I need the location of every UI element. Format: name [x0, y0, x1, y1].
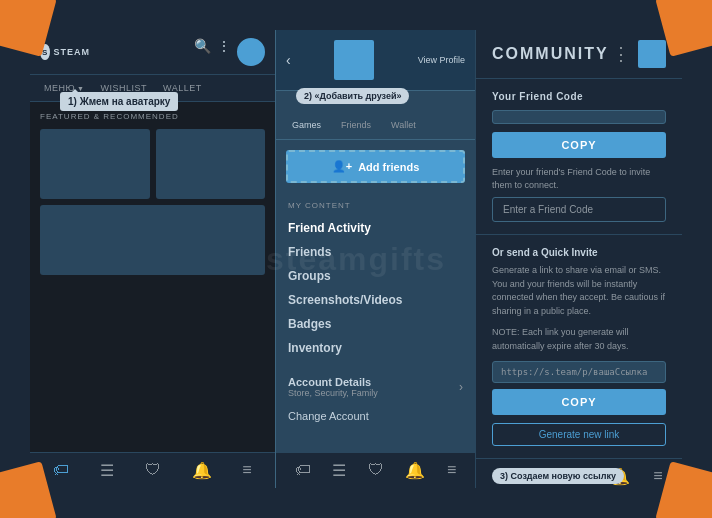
- friend-code-display: [492, 110, 666, 124]
- left-panel: S STEAM 🔍 ⋮ МЕНЮ ▼ WISHLIST WALLET: [30, 30, 275, 488]
- more-options-icon[interactable]: ⋮: [217, 38, 231, 66]
- account-details-item[interactable]: Account Details Store, Security, Family …: [276, 368, 475, 406]
- featured-cards: [40, 129, 265, 275]
- featured-label: FEATURED & RECOMMENDED: [40, 112, 265, 121]
- main-container: steamgifts S STEAM 🔍 ⋮ МЕНЮ ▼ WI: [30, 30, 682, 488]
- avatar[interactable]: [237, 38, 265, 66]
- change-account-button[interactable]: Change Account: [276, 406, 475, 426]
- community-title: COMMUNITY: [492, 45, 609, 63]
- back-arrow-icon[interactable]: ‹: [286, 52, 291, 68]
- left-bottom-nav: 🏷 ☰ 🛡 🔔 ≡: [30, 452, 275, 488]
- nav-list-icon[interactable]: ☰: [100, 461, 114, 480]
- invite-link-display: https://s.team/p/вашаСсылка: [492, 361, 666, 383]
- quick-invite-description: Generate a link to share via email or SM…: [492, 264, 666, 318]
- step1-annotation: 1) Жмем на аватарку: [60, 92, 178, 111]
- steam-logo-text: STEAM: [54, 47, 91, 57]
- account-details-left: Account Details Store, Security, Family: [288, 376, 378, 398]
- middle-bottom-nav: 🏷 ☰ 🛡 🔔 ≡: [276, 452, 475, 488]
- add-friends-icon: 👤+: [332, 160, 352, 173]
- header-icons: 🔍 ⋮: [194, 38, 265, 66]
- steam-header: S STEAM 🔍 ⋮: [30, 30, 275, 75]
- generate-link-button[interactable]: Generate new link: [492, 423, 666, 446]
- profile-tabs: Games Friends Wallet: [276, 111, 475, 140]
- nav-bell-icon[interactable]: 🔔: [192, 461, 212, 480]
- my-content-label: MY CONTENT: [288, 201, 463, 210]
- view-profile-button[interactable]: View Profile: [418, 55, 465, 65]
- profile-section: ‹ View Profile: [276, 30, 475, 91]
- account-arrow-icon: ›: [459, 380, 463, 394]
- step3-annotation: 3) Создаем новую ссылку: [492, 468, 624, 484]
- featured-card-2[interactable]: [156, 129, 266, 199]
- tab-games[interactable]: Games: [284, 117, 329, 133]
- account-details-title: Account Details: [288, 376, 378, 388]
- generate-link-wrapper: Generate new link 3) Создаем новую ссылк…: [492, 423, 666, 446]
- chevron-down-icon: ▼: [77, 85, 84, 92]
- nav-tag-icon[interactable]: 🏷: [53, 461, 69, 480]
- friend-code-helper: Enter your friend's Friend Code to invit…: [492, 166, 666, 191]
- menu-item-inventory[interactable]: Inventory: [288, 336, 463, 360]
- quick-invite-section: Or send a Quick Invite Generate a link t…: [476, 235, 682, 458]
- tab-friends[interactable]: Friends: [333, 117, 379, 133]
- search-icon[interactable]: 🔍: [194, 38, 211, 66]
- menu-item-badges[interactable]: Badges: [288, 312, 463, 336]
- mid-nav-list-icon[interactable]: ☰: [332, 461, 346, 480]
- mid-nav-shield-icon[interactable]: 🛡: [368, 461, 384, 480]
- mid-nav-menu-icon[interactable]: ≡: [447, 461, 456, 480]
- featured-section: FEATURED & RECOMMENDED: [30, 102, 275, 452]
- copy-invite-link-button[interactable]: COPY: [492, 389, 666, 415]
- community-avatar[interactable]: [638, 40, 666, 68]
- quick-invite-label: Or send a Quick Invite: [492, 247, 666, 258]
- community-header: COMMUNITY ⋮: [476, 30, 682, 79]
- mid-nav-bell-icon[interactable]: 🔔: [405, 461, 425, 480]
- community-header-right: ⋮: [612, 40, 666, 68]
- tab-wallet[interactable]: Wallet: [383, 117, 424, 133]
- menu-item-screenshots[interactable]: Screenshots/Videos: [288, 288, 463, 312]
- profile-avatar: [334, 40, 374, 80]
- featured-card-3[interactable]: [40, 205, 265, 275]
- featured-card-1[interactable]: [40, 129, 150, 199]
- friend-code-section: Your Friend Code COPY Enter your friend'…: [476, 79, 682, 235]
- menu-item-friend-activity[interactable]: Friend Activity: [288, 216, 463, 240]
- menu-item-friends[interactable]: Friends: [288, 240, 463, 264]
- account-details-subtitle: Store, Security, Family: [288, 388, 378, 398]
- right-nav-menu-icon[interactable]: ≡: [653, 467, 662, 486]
- mid-nav-tag-icon[interactable]: 🏷: [295, 461, 311, 480]
- nav-shield-icon[interactable]: 🛡: [145, 461, 161, 480]
- friend-code-label: Your Friend Code: [492, 91, 666, 102]
- menu-item-groups[interactable]: Groups: [288, 264, 463, 288]
- right-panel: COMMUNITY ⋮ Your Friend Code COPY Enter …: [475, 30, 682, 488]
- add-friends-button[interactable]: 👤+ Add friends: [286, 150, 465, 183]
- copy-friend-code-button[interactable]: COPY: [492, 132, 666, 158]
- quick-invite-note: NOTE: Each link you generate will automa…: [492, 326, 666, 353]
- community-more-icon[interactable]: ⋮: [612, 43, 630, 65]
- nav-menu-icon[interactable]: ≡: [242, 461, 251, 480]
- my-content-section: MY CONTENT Friend Activity Friends Group…: [276, 193, 475, 368]
- middle-panel: ‹ View Profile 2) «Добавить друзей» Game…: [275, 30, 475, 488]
- enter-friend-code-input[interactable]: Enter a Friend Code: [492, 197, 666, 222]
- steam-logo: S STEAM: [40, 44, 90, 60]
